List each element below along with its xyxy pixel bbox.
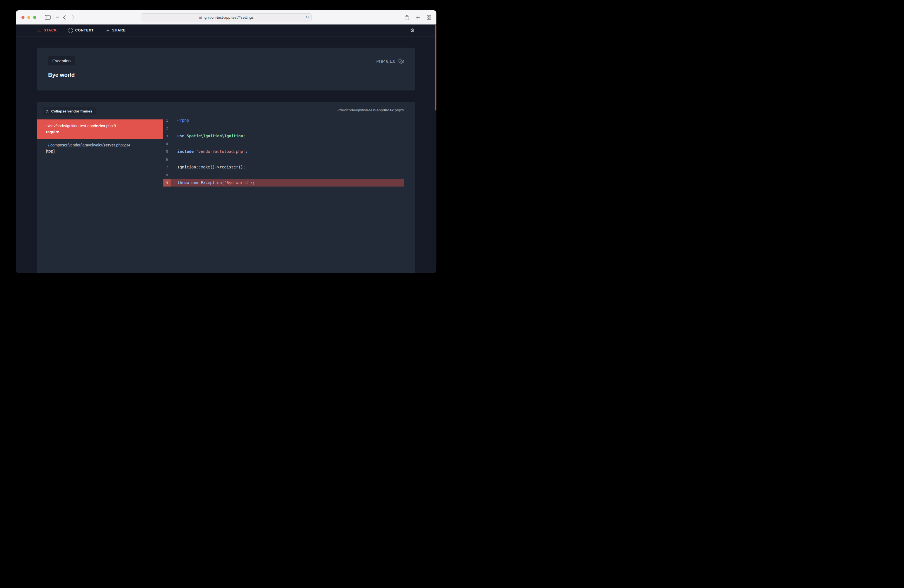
- ignition-navbar: STACK CONTEXT SHARE ⚙: [16, 24, 436, 36]
- code-lines: 1<?php23use Spatie\Ignition\Ignition;45i…: [163, 116, 415, 187]
- code-line: 1<?php: [163, 116, 404, 124]
- line-number: 5: [163, 147, 171, 155]
- collapse-icon: [46, 109, 49, 113]
- browser-toolbar: ignition-test-app.test/#settings ↻: [16, 10, 436, 24]
- line-number: 7: [163, 163, 171, 171]
- chevron-down-icon[interactable]: [56, 16, 59, 18]
- code-text: [171, 140, 177, 147]
- php-version: PHP 8.1.0: [376, 59, 395, 63]
- reload-icon[interactable]: ↻: [305, 15, 309, 20]
- code-text: use Spatie\Ignition\Ignition;: [171, 132, 245, 140]
- stack-list-icon: [37, 28, 41, 32]
- page-scrollbar-thumb[interactable]: [435, 25, 436, 111]
- code-text: include 'vendor/autoload.php';: [171, 147, 248, 155]
- exception-card: Exception PHP 8.1.0 Bye world: [37, 47, 415, 90]
- tab-context-label: CONTEXT: [75, 28, 94, 32]
- code-line: 4: [163, 140, 404, 147]
- stack-frames-pane: Collapse vendor frames ~/dev/code/igniti…: [37, 102, 163, 273]
- collapse-vendor-frames-button[interactable]: Collapse vendor frames: [43, 107, 96, 115]
- collapse-vendor-frames-label: Collapse vendor frames: [51, 109, 92, 113]
- frame-path: ~/dev/code/ignition-test-app/index.php:9: [46, 123, 154, 129]
- address-bar[interactable]: ignition-test-app.test/#settings ↻: [141, 13, 312, 21]
- code-line: 8: [163, 171, 404, 179]
- url-text: ignition-test-app.test/#settings: [204, 15, 254, 19]
- tab-context[interactable]: CONTEXT: [68, 28, 94, 33]
- share-arrow-icon: [106, 28, 110, 32]
- ignition-page: STACK CONTEXT SHARE ⚙: [16, 24, 436, 273]
- share-icon[interactable]: [405, 15, 409, 21]
- line-number: 6: [163, 155, 171, 163]
- toolbar-divider: [53, 15, 54, 20]
- tab-stack-label: STACK: [44, 28, 57, 32]
- frame-path: ~/.composer/vendor/laravel/valet/server.…: [46, 142, 154, 148]
- gear-icon[interactable]: ⚙: [410, 28, 415, 33]
- line-number: 3: [163, 132, 171, 140]
- tab-share[interactable]: SHARE: [106, 28, 126, 32]
- line-number: 1: [163, 116, 171, 124]
- line-number: 9: [163, 179, 171, 187]
- new-tab-icon[interactable]: [416, 15, 420, 19]
- exception-message: Bye world: [37, 65, 415, 78]
- code-line: 2: [163, 124, 404, 132]
- browser-window: ignition-test-app.test/#settings ↻: [16, 10, 436, 273]
- code-line: 6: [163, 155, 404, 163]
- back-button-icon[interactable]: [63, 15, 66, 20]
- traffic-lights: [21, 16, 36, 19]
- minimize-button[interactable]: [27, 16, 30, 19]
- line-number: 2: [163, 124, 171, 132]
- code-text: [171, 124, 177, 132]
- forward-button-icon[interactable]: [72, 15, 74, 20]
- code-text: Ignition::make()->register();: [171, 163, 245, 171]
- code-text: [171, 155, 177, 163]
- line-number: 4: [163, 140, 171, 147]
- laravel-icon: [398, 58, 404, 64]
- code-line: 5include 'vendor/autoload.php';: [163, 147, 404, 155]
- code-line-highlighted: 9throw new Exception('Bye world');: [163, 179, 404, 187]
- stack-frame-active[interactable]: ~/dev/code/ignition-test-app/index.php:9…: [37, 119, 163, 139]
- code-text: <?php: [171, 116, 189, 124]
- lock-icon: [199, 16, 202, 19]
- code-text: [171, 171, 177, 179]
- code-line: 7Ignition::make()->register();: [163, 163, 404, 171]
- line-number: 8: [163, 171, 171, 179]
- tab-share-label: SHARE: [112, 28, 126, 32]
- context-brackets-icon: [68, 28, 73, 33]
- tab-overview-icon[interactable]: [427, 15, 431, 20]
- code-snippet-pane: ~/dev/code/ignition-test-app/index.php:9…: [163, 102, 415, 273]
- exception-type-badge: Exception: [48, 56, 75, 65]
- code-text: throw new Exception('Bye world');: [171, 179, 254, 187]
- frame-method: require: [46, 129, 154, 135]
- code-line: 3use Spatie\Ignition\Ignition;: [163, 132, 404, 140]
- close-button[interactable]: [21, 16, 24, 19]
- tab-stack[interactable]: STACK: [37, 28, 57, 32]
- zoom-button[interactable]: [33, 16, 36, 19]
- code-file-path: ~/dev/code/ignition-test-app/index.php:9: [163, 102, 415, 116]
- stack-frame-vendor[interactable]: ~/.composer/vendor/laravel/valet/server.…: [37, 139, 163, 158]
- frame-method: [top]: [46, 149, 154, 154]
- stack-trace-section: Collapse vendor frames ~/dev/code/igniti…: [37, 102, 415, 273]
- sidebar-toggle-icon[interactable]: [45, 15, 51, 20]
